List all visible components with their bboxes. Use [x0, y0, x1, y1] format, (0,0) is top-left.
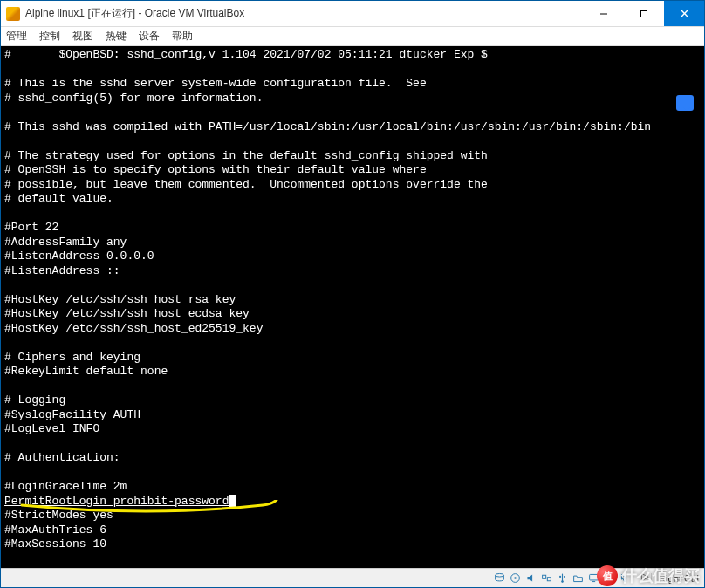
terminal-line: # default value. [4, 192, 701, 207]
host-key-icon [640, 571, 651, 585]
menu-view[interactable]: 视图 [72, 29, 93, 44]
terminal-line: # Authentication: [4, 451, 701, 466]
terminal-line: #RekeyLimit default none [4, 365, 701, 379]
terminal-line: #LoginGraceTime 2m [4, 480, 701, 495]
vm-statusbar: Right Ctrl [1, 568, 704, 587]
menu-hotkeys[interactable]: 热键 [106, 29, 127, 44]
display-icon [587, 572, 599, 585]
svg-rect-14 [589, 574, 598, 580]
mouse-integration-icon [619, 572, 631, 585]
hard-disk-icon [493, 572, 505, 585]
terminal-line: #LogLevel INFO [4, 422, 701, 437]
terminal-line: # This is the sshd server system-wide co… [4, 77, 701, 92]
terminal-line [4, 466, 701, 481]
vm-terminal[interactable]: # $OpenBSD: sshd_config,v 1.104 2021/07/… [1, 46, 704, 568]
svg-rect-16 [605, 575, 611, 581]
terminal-line [4, 552, 701, 567]
terminal-line: #ListenAddress 0.0.0.0 [4, 250, 701, 264]
terminal-line: #HostKey /etc/ssh/ssh_host_ecdsa_key [4, 307, 701, 322]
terminal-line: #Port 22 [4, 221, 701, 236]
terminal-line: # This sshd was compiled with PATH=/usr/… [4, 120, 701, 135]
maximize-button[interactable] [624, 1, 664, 26]
terminal-line: # $OpenBSD: sshd_config,v 1.104 2021/07/… [4, 48, 701, 63]
terminal-line: # possible, but leave them commented. Un… [4, 178, 701, 193]
terminal-line: # Ciphers and keying [4, 351, 701, 366]
terminal-line: #SyslogFacility AUTH [4, 408, 701, 423]
terminal-line: #AddressFamily any [4, 236, 701, 250]
terminal-line: #StrictModes yes [4, 509, 701, 523]
window-titlebar: Alpine linux1 [正在运行] - Oracle VM Virtual… [1, 1, 704, 27]
menu-help[interactable]: 帮助 [172, 29, 193, 44]
terminal-line: I /etc/ssh/sshd_config 32/117 27% [4, 566, 701, 568]
host-key-label: Right Ctrl [651, 573, 699, 584]
terminal-line [4, 134, 701, 149]
menu-manage[interactable]: 管理 [6, 29, 27, 44]
notification-bubble-icon[interactable] [676, 95, 694, 111]
terminal-line: #HostKey /etc/ssh/ssh_host_ed25519_key [4, 322, 701, 337]
svg-rect-1 [641, 10, 647, 17]
terminal-line: #MaxSessions 10 [4, 537, 701, 552]
usb-icon [556, 572, 568, 585]
optical-disk-icon [509, 572, 521, 585]
terminal-line [4, 207, 701, 222]
terminal-line: #ListenAddress :: [4, 264, 701, 279]
menu-devices[interactable]: 设备 [139, 29, 160, 44]
close-button[interactable] [664, 1, 704, 26]
terminal-line: #HostKey /etc/ssh/ssh_host_rsa_key [4, 293, 701, 308]
svg-rect-7 [542, 575, 545, 578]
status-icons-group [493, 572, 631, 585]
svg-point-4 [495, 573, 503, 577]
network-icon [540, 572, 552, 585]
terminal-line [4, 336, 701, 351]
terminal-line [4, 379, 701, 394]
terminal-line: # Logging [4, 393, 701, 408]
terminal-line [4, 437, 701, 452]
terminal-line: # sshd_config(5) for more information. [4, 92, 701, 106]
audio-icon [524, 572, 537, 585]
terminal-line-highlight: PermitRootLogin prohibit-password [4, 495, 701, 509]
terminal-line: # OpenSSH is to specify options with the… [4, 163, 701, 178]
svg-point-11 [561, 580, 564, 583]
menu-control[interactable]: 控制 [39, 29, 60, 44]
recording-icon [603, 572, 615, 585]
svg-rect-13 [564, 576, 565, 578]
terminal-line [4, 106, 701, 120]
terminal-line [4, 278, 701, 293]
terminal-cursor [229, 495, 236, 509]
svg-point-6 [514, 577, 516, 578]
svg-rect-8 [547, 578, 551, 581]
shared-folder-icon [572, 572, 584, 585]
terminal-line: #MaxAuthTries 6 [4, 523, 701, 538]
terminal-line [4, 63, 701, 78]
window-title: Alpine linux1 [正在运行] - Oracle VM Virtual… [25, 6, 244, 21]
svg-point-12 [559, 576, 561, 578]
terminal-line: # The strategy used for options in the d… [4, 149, 701, 164]
app-icon [6, 7, 20, 21]
menu-bar: 管理 控制 视图 热键 设备 帮助 [1, 27, 704, 46]
minimize-button[interactable] [584, 1, 624, 26]
